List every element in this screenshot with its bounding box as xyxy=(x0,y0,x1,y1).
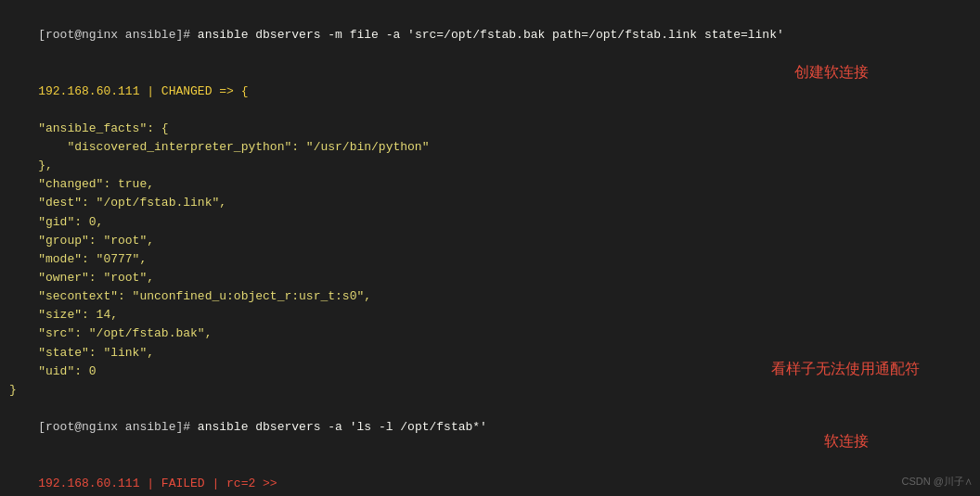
line-14: "src": "/opt/fstab.bak", xyxy=(9,324,971,343)
line-4: "discovered_interpreter_python": "/usr/b… xyxy=(9,138,971,157)
changed-keyword-1: CHANGED xyxy=(161,84,213,98)
failed-ip: 192.168.60.111 | FAILED | rc=2 >> xyxy=(38,477,277,490)
line-17: } xyxy=(9,381,971,400)
annotation-no-wildcard: 看样子无法使用通配符 xyxy=(771,360,920,379)
prompt-2: [root@nginx ansible]# xyxy=(38,420,198,434)
line-7: "dest": "/opt/fstab.link", xyxy=(9,194,971,212)
annotation-symlink: 软连接 xyxy=(824,432,869,451)
line-1: [root@nginx ansible]# ansible dbservers … xyxy=(9,7,971,63)
line-3: "ansible_facts": { xyxy=(9,120,971,138)
cmd-2: ansible dbservers -a 'ls -l /opt/fstab*' xyxy=(198,420,487,434)
line-13: "size": 14, xyxy=(9,306,971,324)
line-9: "group": "root", xyxy=(9,232,971,250)
line-19: 192.168.60.111 | FAILED | rc=2 >> xyxy=(9,455,971,496)
line-12: "secontext": "unconfined_u:object_r:usr_… xyxy=(9,287,971,306)
prompt-1: [root@nginx ansible]# xyxy=(38,28,198,42)
line-8: "gid": 0, xyxy=(9,213,971,232)
changed-ip-1: 192.168.60.111 | xyxy=(38,84,161,98)
watermark: CSDN @川子∧ xyxy=(902,475,973,489)
annotation-create-symlink: 创建软连接 xyxy=(794,63,869,83)
line-6: "changed": true, xyxy=(9,175,971,194)
line-10: "mode": "0777", xyxy=(9,250,971,269)
cmd-1: ansible dbservers -m file -a 'src=/opt/f… xyxy=(198,28,784,42)
line-5: }, xyxy=(9,157,971,175)
changed-rest-1: => { xyxy=(212,84,248,98)
line-11: "owner": "root", xyxy=(9,269,971,287)
terminal: [root@nginx ansible]# ansible dbservers … xyxy=(0,0,980,496)
